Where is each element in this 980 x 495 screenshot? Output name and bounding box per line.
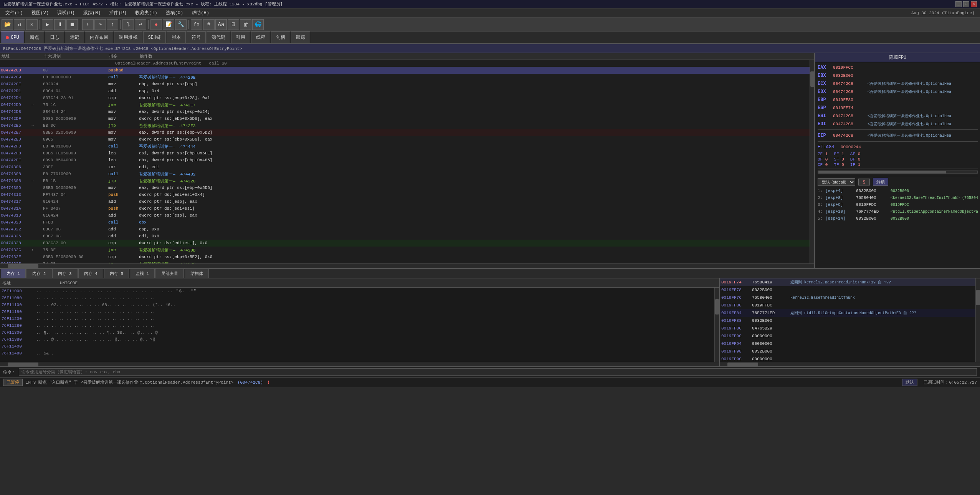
toolbar-stop[interactable]: ⏹: [66, 19, 78, 30]
disasm-row-6[interactable]: 004742DB 8B4424 24 mov eax, dword ptr ss…: [0, 108, 810, 115]
rstack-vscroll[interactable]: [975, 278, 980, 362]
toolbar-stepout[interactable]: ↑: [107, 19, 118, 30]
rstack-hscroll-thumb[interactable]: [727, 363, 758, 366]
mem-row-6[interactable]: 76F11280 .. .. .. .. .. .. .. .. .. .. .…: [0, 322, 714, 329]
disasm-row-18[interactable]: 00474313 FF7437 04 push dword ptr ds:[ed…: [0, 191, 810, 198]
disasm-vscroll[interactable]: [810, 60, 814, 263]
toolbar-pause[interactable]: ⏸: [54, 19, 66, 30]
reg-edx-row[interactable]: EDX 004742C8 <吾爱破解培训第一课选修作业七.OptionalHea: [818, 88, 978, 96]
toolbar-patch[interactable]: 🔧: [175, 19, 187, 30]
bottom-tab-mem1[interactable]: 内存 1: [1, 269, 26, 278]
disasm-row-24[interactable]: 00474325 83C7 08 add edi, 0x8: [0, 233, 810, 240]
disasm-row-5[interactable]: 004742D9 → 75 1C jne 吾爱破解培训第一— .4742E7: [0, 101, 810, 108]
disasm-row-14[interactable]: 00474306 33FF xor edi, edi: [0, 164, 810, 171]
menu-trace[interactable]: 跟踪(N): [79, 9, 105, 17]
toolbar-close[interactable]: ✕: [26, 19, 38, 30]
disasm-row-26[interactable]: 0047432C ↑ 75 DF jne 吾爱破解培训第一— .47430D: [0, 247, 810, 253]
toolbar-open[interactable]: 📂: [2, 19, 13, 30]
bottom-tab-mem5[interactable]: 内存 5: [104, 269, 129, 278]
reg-ecx-row[interactable]: ECX 004742C8 <吾爱破解培训第一课选修作业七.OptionalHea: [818, 80, 978, 88]
menu-view[interactable]: 视图(V): [28, 9, 53, 17]
disasm-row-3[interactable]: 004742D1 83C4 04 add esp, 0x4: [0, 88, 810, 94]
tab-cpu[interactable]: CPU: [1, 31, 24, 43]
bottom-tab-mem4[interactable]: 内存 4: [78, 269, 103, 278]
menu-help[interactable]: 帮助(H): [188, 9, 213, 17]
disasm-row-11[interactable]: 004742F3 E8 4C010000 call 吾爱破解培训第一— .474…: [0, 143, 810, 150]
rstack-row-9[interactable]: 0019FF94 00000000: [720, 340, 975, 348]
stack-row-3[interactable]: 3: [esp+C] 0019FFDC 0019FFDC: [818, 201, 978, 208]
stack-row-4[interactable]: 4: [esp+10] 76F7774ED <ntdll.RtlGetAppCo…: [818, 208, 978, 215]
reg-esp-row[interactable]: ESP 0019FF74: [818, 104, 978, 112]
rstack-hscroll[interactable]: [720, 362, 980, 366]
bottom-tab-mem3[interactable]: 内存 3: [52, 269, 77, 278]
tab-trace[interactable]: 跟踪: [291, 31, 310, 43]
rstack-row-6[interactable]: 0019FF88 0032B000: [720, 317, 975, 324]
stack-row-2[interactable]: 2: [esp+8] 76580400 <kernel32.BaseThread…: [818, 194, 978, 201]
disasm-row-16[interactable]: 0047430B → EB 1B jmp 吾爱破解培训第一— .474328: [0, 177, 810, 184]
rstack-row-1[interactable]: 0019FF74 76580419 返回到 kernel32.BaseThrea…: [720, 278, 975, 286]
mem-hscroll-thumb[interactable]: [8, 363, 38, 366]
reg-ebp-row[interactable]: EBP 0019FF80: [818, 96, 978, 104]
rstack-row-7[interactable]: 0019FF8C 04765B29: [720, 324, 975, 332]
tab-references[interactable]: 引用: [231, 31, 250, 43]
toolbar-del[interactable]: 🗑: [240, 19, 251, 30]
reg-hscroll-thumb[interactable]: [818, 171, 946, 174]
toolbar-runtoret[interactable]: ↩: [135, 19, 146, 30]
close-button[interactable]: ×: [971, 1, 977, 7]
rstack-row-3[interactable]: 0019FF7C 76580400 kernel32.BaseThreadIni…: [720, 294, 975, 301]
tab-symbols[interactable]: 符号: [187, 31, 206, 43]
mem-row-2[interactable]: 76F11080 .. .. .. .. .. .. .. .. .. .. .…: [0, 295, 714, 301]
disasm-row-28[interactable]: 00474335 → 74 05 je 吾爱破解培训第一— .47433C: [0, 260, 810, 263]
status-addr-link[interactable]: (004742C8): [238, 380, 263, 385]
disasm-row-27[interactable]: 0047432E 83BD E2050000 00 cmp dword ptr …: [0, 253, 810, 260]
stack-row-1[interactable]: 1: [esp+4] 0032B000 0032B000: [818, 187, 978, 194]
tab-log[interactable]: 日志: [45, 31, 64, 43]
stack-row-5[interactable]: 5: [esp+14] 0032B000 0032B000: [818, 215, 978, 222]
tab-breakpoints[interactable]: 断点: [25, 31, 44, 43]
toolbar-string[interactable]: Aa: [215, 19, 227, 30]
tab-source[interactable]: 源代码: [207, 31, 230, 43]
disasm-row-12[interactable]: 004742F8 8DB5 FE050000 lea esi, dword pt…: [0, 150, 810, 157]
disasm-row-15[interactable]: 00474308 E8 77010000 call 吾爱破解培训第一— .474…: [0, 171, 810, 177]
toolbar-stepinto[interactable]: ⬇: [82, 19, 94, 30]
mem-row-4[interactable]: 76F11180 .. .. .. .. .. .. .. .. .. .. .…: [0, 308, 714, 315]
bottom-tab-mem2[interactable]: 内存 2: [26, 269, 51, 278]
mem-vscroll-thumb[interactable]: [715, 299, 719, 315]
disasm-hscroll[interactable]: [0, 263, 814, 268]
stack-unlock-button[interactable]: 解锁: [873, 178, 888, 186]
toolbar-script[interactable]: 📝: [163, 19, 174, 30]
toolbar-run[interactable]: ▶: [42, 19, 53, 30]
reg-ebx-row[interactable]: EBX 0032B000: [818, 72, 978, 79]
menu-options[interactable]: 选项(O): [162, 9, 187, 17]
reg-eax-row[interactable]: EAX 0019FFCC: [818, 64, 978, 71]
disasm-row-7[interactable]: 004742DF 8985 D6050000 mov dword ptr ss:…: [0, 115, 810, 122]
disasm-row-9[interactable]: 004742E7 8BB5 D2050000 mov eax, dword pt…: [0, 129, 810, 136]
rstack-row-8[interactable]: 0019FF90 00000000: [720, 332, 975, 340]
tab-handles[interactable]: 句柄: [271, 31, 290, 43]
toolbar-runto[interactable]: ⤵: [122, 19, 134, 30]
disasm-row-25[interactable]: 00474328 833C37 00 cmp dword ptr ds:[edi…: [0, 240, 810, 247]
toolbar-breakpoint[interactable]: ●: [150, 19, 162, 30]
disasm-row-10[interactable]: 004742ED 89C5 mov dword ptr ss:[ebp+0x5D…: [0, 136, 810, 143]
mem-row-5[interactable]: 76F11200 .. .. .. .. .. .. .. .. .. .. .…: [0, 315, 714, 322]
disasm-row-1[interactable]: 004742C9 E8 00000000 call 吾爱破解培训第一— .474…: [0, 74, 810, 81]
disasm-vscroll-thumb[interactable]: [810, 71, 814, 87]
stack-calltype-select[interactable]: 默认 (stdcall): [818, 178, 855, 186]
mem-row-9[interactable]: 76F11400: [0, 343, 714, 350]
rstack-row-11[interactable]: 0019FF9C 00000000: [720, 355, 975, 362]
reg-hscroll[interactable]: [818, 171, 978, 174]
bottom-tab-watch[interactable]: 监视 1: [130, 269, 155, 278]
disasm-comment-row[interactable]: OptionalHeader.AddressOfEntryPoint call …: [0, 60, 810, 67]
rstack-row-4[interactable]: 0019FF80 0019FFDC: [720, 301, 975, 309]
toolbar-restart[interactable]: ↺: [14, 19, 25, 30]
minimize-button[interactable]: _: [955, 1, 962, 7]
toolbar-calc[interactable]: fx: [191, 19, 202, 30]
disasm-row-8[interactable]: 004742E5 → EB 0C jmp 吾爱破解培训第一— .4742F3: [0, 122, 810, 129]
menu-plugin[interactable]: 插件(P): [105, 9, 131, 17]
disasm-row-21[interactable]: 0047431D 010424 add dword ptr ss:[esp], …: [0, 212, 810, 219]
mem-row-1[interactable]: 76F11000 .. .. .. .. .. .. .. .. .. .. .…: [0, 288, 714, 295]
menu-debug[interactable]: 调试(D): [53, 9, 79, 17]
rstack-row-5[interactable]: 0019FF84 76F7774ED 返回到 ntdll.RtlGetAppCo…: [720, 309, 975, 317]
disasm-row-23[interactable]: 00474322 83C7 08 add esp, 0x8: [0, 226, 810, 233]
bottom-tab-locals[interactable]: 局部变量: [155, 269, 184, 278]
